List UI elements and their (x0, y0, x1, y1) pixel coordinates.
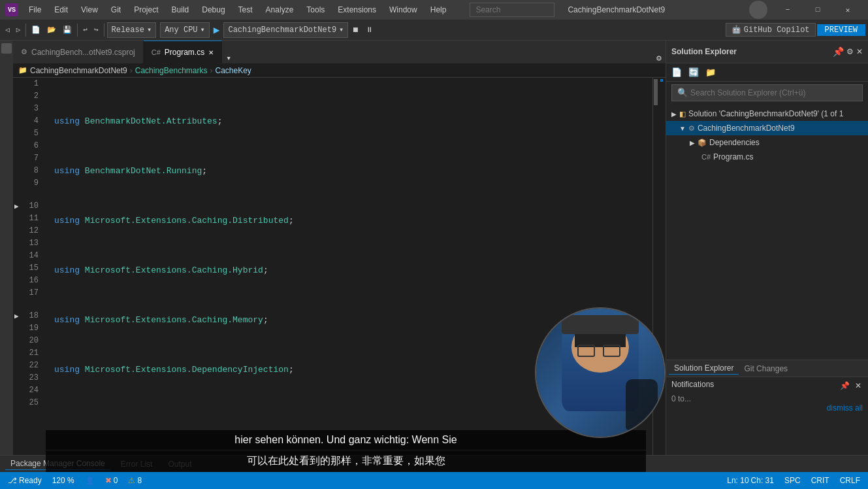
toolbar-new[interactable]: 📄 (29, 24, 43, 35)
activity-bar-item[interactable] (1, 43, 12, 54)
line-num-8: 8 (13, 165, 44, 177)
solution-tree: ▶ ◧ Solution 'CachingBenchmarkDotNet9' (… (666, 104, 868, 360)
fold-indicator[interactable]: ▶ (14, 200, 19, 212)
app-logo: VS (5, 3, 18, 16)
line-num-ref0 (13, 299, 44, 310)
search-input[interactable] (470, 3, 555, 17)
dismiss-all-button[interactable]: dismiss all (827, 403, 863, 413)
line-num-17: 17 (13, 287, 44, 299)
breadcrumb-project[interactable]: CachingBenchmarkDotNet9 (30, 66, 127, 75)
menu-window[interactable]: Window (384, 4, 423, 16)
breadcrumb-class[interactable]: CachingBenchmarks (135, 66, 208, 75)
status-zoom[interactable]: 120 % (50, 476, 77, 485)
solution-search-input[interactable] (690, 88, 857, 97)
tab-csproj[interactable]: ⚙ CachingBench...otNet9.csproj (13, 41, 144, 63)
solution-search[interactable]: 🔍 (671, 84, 863, 101)
status-live-share-icon[interactable]: 👤 (82, 476, 97, 485)
main-layout: ⚙ CachingBench...otNet9.csproj C# Progra… (0, 41, 868, 455)
menu-tools[interactable]: Tools (301, 4, 330, 16)
toolbar: ◁ ▷ 📄 📂 💾 ↩ ↪ Release ▾ Any CPU ▾ ▶ Cach… (0, 20, 868, 41)
notif-pin-icon[interactable]: 📌 (839, 380, 851, 392)
warning-icon: ⚠ (128, 476, 135, 485)
toolbar-redo[interactable]: ↪ (91, 24, 101, 35)
fold-indicator-18[interactable]: ▶ (14, 310, 19, 322)
toolbar-undo[interactable]: ↩ (80, 24, 90, 35)
activity-bar (0, 41, 13, 455)
side-panel: Solution Explorer 📌 ⚙ ✕ 📄 🔄 📁 🔍 ▶ ◧ Solu… (666, 41, 868, 455)
dependencies-label: Dependencies (709, 138, 760, 147)
separator (25, 24, 26, 37)
status-errors[interactable]: ✖ 0 (103, 476, 121, 485)
csproj-icon: ⚙ (21, 48, 27, 56)
close-tab-icon[interactable]: ✕ (208, 49, 214, 56)
menu-build[interactable]: Build (167, 4, 195, 16)
line-num-11: 11 (13, 212, 44, 225)
menu-project[interactable]: Project (129, 4, 163, 16)
menu-debug[interactable]: Debug (197, 4, 230, 16)
toolbar-extra1[interactable]: ⏹ (349, 24, 362, 35)
se-toolbar-btn1[interactable]: 📄 (669, 66, 684, 79)
line-num-14: 14 (13, 250, 44, 262)
menu-help[interactable]: Help (425, 4, 452, 16)
preview-button[interactable]: PREVIEW (817, 24, 865, 36)
line-num-24: 24 (13, 384, 44, 397)
status-crit[interactable]: CRIT (809, 476, 832, 485)
se-tab-git-changes[interactable]: Git Changes (739, 363, 793, 375)
tab-settings-button[interactable]: ⚙ (652, 53, 666, 63)
menu-view[interactable]: View (76, 4, 103, 16)
tree-program-cs[interactable]: C# Program.cs (666, 150, 868, 164)
status-encoding[interactable]: CRLF (837, 476, 863, 485)
run-button[interactable]: ▶ (211, 24, 223, 37)
status-bar: ⎇ Ready 120 % 👤 ✖ 0 ⚠ 8 Ln: 10 Ch: 31 SP… (0, 472, 868, 489)
solution-explorer-title: Solution Explorer (671, 47, 830, 56)
menu-analyze[interactable]: Analyze (261, 4, 299, 16)
tree-project[interactable]: ▼ ⚙ CachingBenchmarkDotNet9 (666, 121, 868, 135)
toolbar-back[interactable]: ◁ (3, 24, 12, 35)
status-warnings[interactable]: ⚠ 8 (125, 476, 144, 485)
se-toolbar-btn2[interactable]: 🔄 (686, 66, 701, 79)
tab-bar: ⚙ CachingBench...otNet9.csproj C# Progra… (13, 41, 666, 63)
github-copilot-button[interactable]: 🤖 GitHub Copilot (726, 23, 816, 37)
tree-dependencies[interactable]: ▶ 📦 Dependencies (666, 135, 868, 150)
se-pin-icon[interactable]: 📌 (833, 46, 844, 57)
release-dropdown[interactable]: Release ▾ (107, 22, 157, 38)
git-branch-icon: ⎇ (8, 476, 17, 485)
se-toolbar-btn3[interactable]: 📁 (703, 66, 718, 79)
se-settings-icon[interactable]: ⚙ (846, 47, 854, 56)
toolbar-save[interactable]: 💾 (60, 24, 74, 35)
line-num-ref2 (13, 190, 44, 200)
tree-arrow-icon: ▶ (671, 110, 677, 118)
tree-solution[interactable]: ▶ ◧ Solution 'CachingBenchmarkDotNet9' (… (666, 107, 868, 121)
line-num-25: 25 (13, 397, 44, 409)
breadcrumb-member[interactable]: CacheKey (215, 66, 251, 75)
webcam-person (536, 309, 664, 437)
status-space[interactable]: SPC (782, 476, 803, 485)
toolbar-open[interactable]: 📂 (44, 24, 59, 35)
status-line-col[interactable]: Ln: 10 Ch: 31 (724, 476, 777, 485)
menu-extensions[interactable]: Extensions (332, 4, 381, 16)
se-close-icon[interactable]: ✕ (856, 47, 863, 56)
chevron-down-icon: ▾ (147, 25, 152, 35)
minimize-button[interactable]: − (773, 0, 803, 20)
tab-overflow-button[interactable]: ▾ (222, 53, 235, 63)
status-git-branch[interactable]: ⎇ Ready (5, 476, 44, 485)
close-button[interactable]: ✕ (833, 0, 863, 20)
menu-test[interactable]: Test (233, 4, 258, 16)
scroll-thumb[interactable] (654, 79, 658, 105)
toolbar-forward[interactable]: ▷ (14, 24, 24, 35)
menu-file[interactable]: File (24, 4, 46, 16)
toolbar-extra2[interactable]: ⏸ (363, 24, 376, 35)
notif-close-icon[interactable]: ✕ (854, 380, 863, 392)
line-num-1: 1 (13, 78, 44, 90)
menu-bar: File Edit View Git Project Build Debug T… (24, 4, 451, 16)
project-dropdown[interactable]: CachingBenchmarkDotNet9 ▾ (223, 22, 348, 38)
line-num-20: 20 (13, 335, 44, 347)
cpu-dropdown[interactable]: Any CPU ▾ (160, 22, 210, 38)
tab-program-cs[interactable]: C# Program.cs ✕ (144, 41, 222, 63)
maximize-button[interactable]: □ (803, 0, 833, 20)
menu-git[interactable]: Git (106, 4, 126, 16)
line-num-23: 23 (13, 372, 44, 384)
se-tab-solution-explorer[interactable]: Solution Explorer (669, 362, 739, 375)
menu-edit[interactable]: Edit (49, 4, 73, 16)
notifications-panel: Notifications 📌 ✕ 0 to... dismiss all (666, 377, 868, 455)
